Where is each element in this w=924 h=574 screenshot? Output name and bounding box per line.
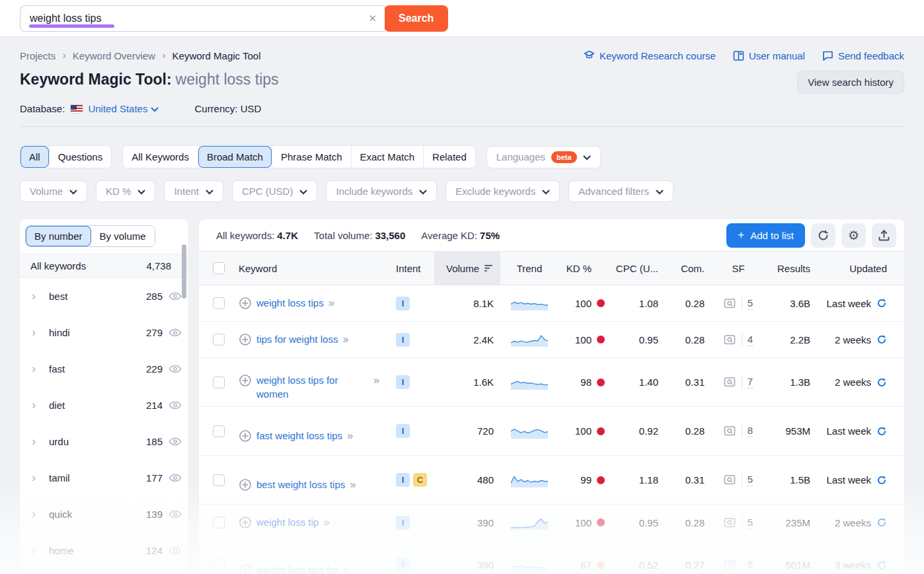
tab-questions[interactable]: Questions xyxy=(49,146,112,168)
sidebar-group-urdu[interactable]: › urdu 185 xyxy=(20,423,188,460)
serp-icon[interactable] xyxy=(724,298,736,309)
sf-count[interactable]: 5 xyxy=(748,474,753,486)
sidebar-group-quick[interactable]: › quick 139 xyxy=(20,496,188,532)
keyword-link[interactable]: weight loss tips xyxy=(256,297,324,310)
tab-broad-match[interactable]: Broad Match xyxy=(198,146,272,168)
filter-intent[interactable]: Intent xyxy=(164,180,223,202)
add-keyword-icon[interactable] xyxy=(239,429,252,443)
sidebar-group-hindi[interactable]: › hindi 279 xyxy=(20,314,188,351)
row-checkbox[interactable] xyxy=(213,559,225,571)
tab-phrase-match[interactable]: Phrase Match xyxy=(272,146,351,168)
row-checkbox[interactable] xyxy=(213,425,225,437)
filter-include-keywords[interactable]: Include keywords xyxy=(326,180,437,202)
column-header-results[interactable]: Results xyxy=(764,252,817,285)
serp-icon[interactable] xyxy=(724,334,736,345)
intent-badge-c[interactable]: C xyxy=(413,473,427,487)
select-all-checkbox[interactable] xyxy=(213,262,225,274)
clear-search-icon[interactable]: ✕ xyxy=(368,13,377,24)
sf-count[interactable]: 7 xyxy=(748,376,753,388)
column-header-intent[interactable]: Intent xyxy=(396,252,434,285)
chevron-right-icon[interactable]: › xyxy=(32,507,45,521)
intent-badge-i[interactable]: I xyxy=(396,558,410,572)
export-button[interactable] xyxy=(872,223,896,248)
keyword-link[interactable]: weight loss tips for xyxy=(256,563,338,573)
column-header-volume[interactable]: Volume xyxy=(434,252,500,285)
add-keyword-icon[interactable] xyxy=(239,478,252,491)
keyword-link[interactable]: best weight loss tips xyxy=(256,478,345,491)
refresh-metrics-icon[interactable] xyxy=(876,560,887,571)
column-header-cpc[interactable]: CPC (U... xyxy=(610,252,666,285)
row-checkbox[interactable] xyxy=(213,334,225,345)
add-keyword-icon[interactable] xyxy=(239,374,252,387)
eye-icon[interactable] xyxy=(169,509,182,519)
keyword-research-course-link[interactable]: Keyword Research course xyxy=(584,50,716,61)
column-header-kd[interactable]: KD % xyxy=(558,252,610,285)
column-header-updated[interactable]: Updated xyxy=(817,252,904,285)
filter-volume[interactable]: Volume xyxy=(20,180,87,202)
refresh-metrics-icon[interactable] xyxy=(876,298,887,308)
refresh-metrics-icon[interactable] xyxy=(876,334,887,345)
eye-icon[interactable] xyxy=(169,364,182,374)
chevron-right-icon[interactable]: › xyxy=(32,289,45,303)
expand-keyword-icon[interactable]: ›› xyxy=(342,563,347,573)
table-settings-button[interactable]: ⚙ xyxy=(841,223,866,248)
view-search-history-button[interactable]: View search history xyxy=(797,71,904,94)
column-header-keyword[interactable]: Keyword xyxy=(239,252,396,285)
expand-keyword-icon[interactable]: ›› xyxy=(350,478,354,491)
filter-advanced-filters[interactable]: Advanced filters xyxy=(568,180,674,202)
intent-badge-i[interactable]: I xyxy=(396,375,410,389)
filter-cpc-usd[interactable]: CPC (USD) xyxy=(232,180,318,202)
expand-keyword-icon[interactable]: ›› xyxy=(342,333,347,346)
serp-icon[interactable] xyxy=(724,377,736,388)
column-header-sf[interactable]: SF xyxy=(712,252,764,285)
keyword-link[interactable]: tips for weight loss xyxy=(256,333,338,346)
tab-all-keywords[interactable]: All Keywords xyxy=(123,146,198,168)
sf-count[interactable]: 4 xyxy=(748,334,753,346)
row-checkbox[interactable] xyxy=(213,377,225,388)
sf-count[interactable]: 5 xyxy=(748,559,753,571)
eye-icon[interactable] xyxy=(169,473,182,483)
sidebar-group-diet[interactable]: › diet 214 xyxy=(20,387,188,423)
intent-badge-i[interactable]: I xyxy=(396,424,410,438)
sidebar-group-tamil[interactable]: › tamil 177 xyxy=(20,460,188,496)
refresh-metrics-icon[interactable] xyxy=(876,426,887,437)
refresh-metrics-icon[interactable] xyxy=(876,517,887,528)
sf-count[interactable]: 5 xyxy=(748,517,753,529)
refresh-metrics-icon[interactable] xyxy=(876,377,887,388)
chevron-right-icon[interactable]: › xyxy=(32,398,45,412)
column-header-trend[interactable]: Trend xyxy=(500,252,558,285)
row-checkbox[interactable] xyxy=(213,474,225,486)
column-header-com[interactable]: Com. xyxy=(666,252,712,285)
all-keywords-row[interactable]: All keywords 4,738 xyxy=(20,254,188,278)
add-keyword-icon[interactable] xyxy=(239,516,252,529)
eye-icon[interactable] xyxy=(169,437,182,447)
expand-keyword-icon[interactable]: ›› xyxy=(328,297,333,310)
add-keyword-icon[interactable] xyxy=(239,563,252,573)
sf-count[interactable]: 5 xyxy=(748,297,753,310)
sidebar-group-fast[interactable]: › fast 229 xyxy=(20,351,188,387)
languages-dropdown[interactable]: Languages beta xyxy=(486,146,601,168)
refresh-metrics-icon[interactable] xyxy=(876,475,887,485)
expand-keyword-icon[interactable]: ›› xyxy=(373,374,378,387)
add-to-list-button[interactable]: +Add to list xyxy=(726,223,805,248)
sidebar-group-best[interactable]: › best 285 xyxy=(20,278,188,314)
keyword-link[interactable]: weight loss tips for women xyxy=(256,374,369,401)
intent-badge-i[interactable]: I xyxy=(396,473,410,487)
sf-count[interactable]: 8 xyxy=(748,425,753,437)
tab-exact-match[interactable]: Exact Match xyxy=(351,146,424,168)
add-keyword-icon[interactable] xyxy=(239,333,252,346)
send-feedback-link[interactable]: Send feedback xyxy=(822,50,904,61)
row-checkbox[interactable] xyxy=(213,297,225,309)
search-field[interactable]: ✕ xyxy=(20,5,385,32)
tab-all[interactable]: All xyxy=(20,146,49,168)
serp-icon[interactable] xyxy=(724,559,736,571)
refresh-table-button[interactable] xyxy=(811,223,835,248)
expand-keyword-icon[interactable]: ›› xyxy=(323,516,328,529)
intent-badge-i[interactable]: I xyxy=(396,516,410,530)
eye-icon[interactable] xyxy=(169,546,182,556)
serp-icon[interactable] xyxy=(724,517,736,528)
toggle-by-volume[interactable]: By volume xyxy=(91,226,155,246)
chevron-right-icon[interactable]: › xyxy=(32,362,45,376)
chevron-right-icon[interactable]: › xyxy=(32,544,45,557)
sidebar-scrollbar-thumb[interactable] xyxy=(182,244,186,299)
